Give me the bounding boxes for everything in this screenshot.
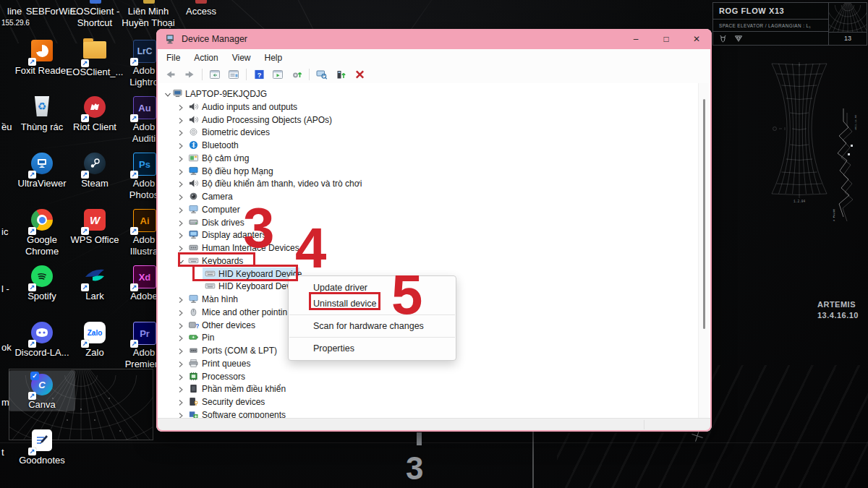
maximize-button[interactable]: □ — [651, 29, 681, 49]
goodnotes-icon: ↗ — [30, 429, 54, 454]
xd-icon: Xd↗ — [132, 265, 156, 290]
tree-item-label: Disk drives — [202, 216, 244, 229]
tree-item-processors[interactable]: Processors — [158, 370, 710, 383]
tree-item-label: Other devices — [202, 319, 255, 332]
show-console-tree-button[interactable] — [205, 67, 224, 82]
shortcut-arrow-icon: ↗ — [130, 171, 138, 179]
back-button[interactable] — [161, 67, 180, 82]
desktop-icon-goodnotes[interactable]: ↗Goodnotes — [9, 427, 75, 466]
recycle-icon: ♻ — [30, 96, 54, 121]
tree-item-bluetooth[interactable]: Bluetooth — [158, 139, 710, 152]
chevron-right-icon[interactable] — [176, 218, 185, 227]
tree-item-security-devices[interactable]: Security devices — [158, 395, 710, 408]
tree-item-label: Computer — [202, 203, 240, 216]
chevron-right-icon[interactable] — [176, 295, 185, 304]
chevron-right-icon[interactable] — [176, 244, 185, 252]
chevron-right-icon[interactable] — [176, 385, 185, 393]
artemis-label: ARTEMIS 13.4.16.10 — [817, 299, 859, 321]
annotation-box-uninstall — [309, 292, 380, 310]
foxit-icon: ↗ — [30, 40, 54, 64]
tree-item-b-c-m-ng[interactable]: Bộ cảm ứng — [158, 152, 710, 165]
rog-title: ROG FLOW X13 — [713, 3, 829, 20]
minimize-button[interactable]: – — [621, 29, 651, 49]
mouse-icon — [188, 307, 199, 317]
chevron-right-icon[interactable] — [176, 116, 185, 124]
tree-item-software-components[interactable]: Software components — [158, 408, 710, 418]
tree-item-biometric-devices[interactable]: Biometric devices — [158, 126, 710, 139]
tree-item-ph-n-m-m-i-u-khi-n[interactable]: Phần mềm điều khiển — [158, 382, 710, 395]
tree-item-b-i-u-h-p-m-ng[interactable]: Bộ điều hợp Mạng — [158, 165, 710, 178]
title-bar[interactable]: Device Manager – □ ✕ — [156, 29, 712, 49]
tree-item-audio-inputs-and-outputs[interactable]: Audio inputs and outputs — [158, 100, 710, 114]
tree-item-label: Processors — [202, 370, 245, 383]
tree-item-label: Màn hình — [202, 293, 238, 306]
chevron-right-icon[interactable] — [176, 192, 185, 201]
tree-item-disk-drives[interactable]: Disk drives — [158, 216, 710, 229]
tree-item-label: Bộ điều khiển âm thanh, video và trò chơ… — [202, 177, 362, 190]
tree-item-audio-processing-objects-apos[interactable]: Audio Processing Objects (APOs) — [158, 114, 710, 127]
properties-button[interactable] — [224, 67, 243, 82]
chevron-right-icon[interactable] — [176, 154, 185, 163]
device-settings-button[interactable] — [287, 67, 306, 82]
au-icon: Au↗ — [132, 96, 156, 121]
tree-item-label: Bluetooth — [202, 139, 239, 152]
chevron-right-icon[interactable] — [176, 359, 185, 368]
chevron-right-icon[interactable] — [176, 167, 185, 176]
shortcut-arrow-icon: ↗ — [28, 227, 36, 235]
chevron-right-icon[interactable] — [176, 205, 185, 214]
menu-file[interactable]: File — [166, 53, 180, 63]
scan-hardware-changes-button[interactable] — [312, 67, 331, 82]
chevron-right-icon[interactable] — [176, 179, 185, 188]
menu-view[interactable]: View — [232, 53, 251, 63]
chevron-right-icon[interactable] — [176, 103, 185, 111]
chevron-right-icon[interactable] — [176, 231, 185, 239]
chevron-right-icon[interactable] — [176, 398, 185, 406]
tree-item-laptop-9ekjqdjg[interactable]: LAPTOP-9EKJQDJG — [158, 87, 710, 100]
tree-item-label: Security devices — [202, 395, 265, 408]
chevron-right-icon[interactable] — [176, 141, 185, 150]
svg-text:X PULSE: X PULSE — [833, 209, 835, 221]
help-button[interactable]: ? — [250, 67, 268, 82]
context-menu: Update driverUninstall deviceScan for ha… — [288, 275, 456, 361]
chevron-right-icon[interactable] — [176, 346, 185, 355]
action-panel-button[interactable] — [268, 67, 287, 82]
other-icon: ? — [188, 320, 199, 330]
shortcut-arrow-icon: ↗ — [81, 340, 89, 348]
tree-item-camera[interactable]: Camera — [158, 190, 710, 203]
context-menu-item-scan-for-hardware-changes[interactable]: Scan for hardware changes — [289, 318, 456, 334]
chevron-right-icon[interactable] — [176, 308, 185, 317]
shortcut-arrow-icon: ↗ — [28, 448, 36, 455]
desktop-screen: 1.2.84 X PULSE4011.14.08 ROG FLOW X13 SP… — [0, 0, 868, 488]
chevron-down-icon[interactable] — [163, 90, 172, 98]
desktop-top-label-eosclient-shortcut[interactable]: EOSClient - Shortcut — [70, 6, 120, 29]
desktop-top-label-access[interactable]: Access — [186, 6, 216, 17]
chevron-right-icon[interactable] — [176, 128, 185, 137]
tree-item-label: Mice and other pointin — [202, 306, 287, 319]
forward-button[interactable] — [180, 67, 199, 82]
uninstall-device-button[interactable] — [350, 67, 369, 82]
speaker-icon — [188, 102, 199, 111]
tree-item-b-i-u-khi-n-m-thanh-video-v-tr-ch-i[interactable]: Bộ điều khiển âm thanh, video và trò chơ… — [158, 177, 710, 190]
desktop-top-label-li-n-minh-huy-n-tho-i[interactable]: Liên Minh Huyền Thoại — [122, 6, 174, 29]
desktop-edge-label: ok — [1, 342, 12, 353]
shortcut-arrow-icon: ↗ — [81, 59, 89, 67]
menu-help[interactable]: Help — [265, 53, 283, 63]
update-driver-button[interactable] — [331, 67, 350, 82]
chevron-right-icon[interactable] — [176, 411, 185, 418]
desktop-icon-canva[interactable]: C✓↗Canva — [9, 371, 75, 411]
spotify-icon: ↗ — [30, 265, 54, 290]
close-button[interactable]: ✕ — [681, 29, 712, 49]
chevron-right-icon[interactable] — [176, 333, 185, 342]
pr-icon: Pr↗ — [132, 322, 156, 346]
chevron-right-icon[interactable] — [176, 372, 185, 381]
tree-item-label: Biometric devices — [202, 126, 270, 139]
touch-icon — [188, 153, 199, 163]
context-menu-item-properties[interactable]: Properties — [289, 341, 456, 356]
cutoff-icon-sliver — [195, 0, 207, 4]
tree-item-computer[interactable]: Computer — [158, 203, 710, 216]
desktop-icon-label: Goodnotes — [9, 455, 75, 466]
menu-action[interactable]: Action — [194, 53, 218, 63]
chevron-right-icon[interactable] — [176, 321, 185, 330]
desktop-edge-label: ic — [1, 226, 8, 237]
tree-item-display-adapters[interactable]: Display adapters — [158, 228, 710, 241]
